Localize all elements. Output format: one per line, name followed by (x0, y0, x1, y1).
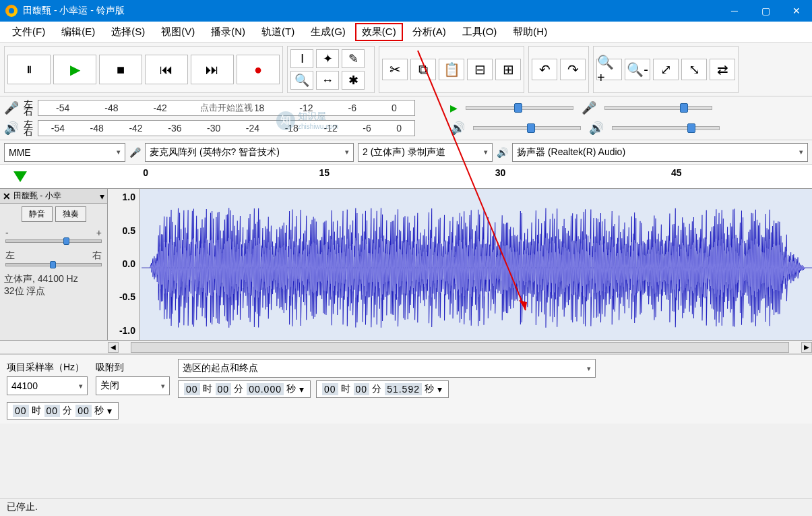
app-logo-icon (5, 5, 18, 17)
menu-analyze[interactable]: 分析(A) (406, 23, 453, 41)
track-format-info: 立体声, 44100 Hz32位 浮点 (0, 270, 107, 300)
menu-help[interactable]: 帮助(H) (506, 23, 554, 41)
record-button[interactable]: ● (237, 55, 280, 84)
titlebar: 田馥甄 - 小幸运 - 铃声版 ─ ▢ ✕ (0, 0, 812, 22)
recording-volume-slider[interactable] (604, 106, 712, 110)
menu-generate[interactable]: 生成(G) (304, 23, 352, 41)
edit-toolbar: ✂ ⧉ 📋 ⊟ ⊞ (379, 46, 524, 93)
recording-channels-combo[interactable]: 2 (立体声) 录制声道▾ (358, 143, 493, 162)
copy-button[interactable]: ⧉ (410, 59, 436, 80)
playback-volume-slider[interactable] (473, 126, 581, 130)
toolbar-area: Ⅱ ▶ ■ ⏮ ⏭ ● Ⅰ ✦ ✎ 🔍 ↔ ✱ ✂ ⧉ 📋 ⊟ ⊞ ↶ ↷ 🔍+… (0, 43, 812, 96)
undo-button[interactable]: ↶ (532, 59, 557, 80)
speaker-vol-icon: 🔊 (450, 121, 465, 136)
speaker-icon: 🔊 (4, 121, 19, 136)
menu-edit[interactable]: 编辑(E) (55, 23, 102, 41)
paste-button[interactable]: 📋 (439, 59, 464, 80)
solo-button[interactable]: 独奏 (55, 206, 86, 222)
recording-device-combo[interactable]: 麦克风阵列 (英特尔? 智音技术)▾ (145, 143, 354, 162)
menu-select[interactable]: 选择(S) (104, 23, 152, 41)
window-title: 田馥甄 - 小幸运 - 铃声版 (23, 5, 719, 17)
envelope-tool[interactable]: ✦ (316, 49, 339, 68)
trim-button[interactable]: ⊟ (467, 59, 493, 80)
mic-vol-icon: 🎤 (582, 101, 596, 115)
zoom-tool[interactable]: 🔍 (290, 71, 313, 90)
menu-file[interactable]: 文件(F) (5, 23, 52, 41)
project-rate-label: 项目采样率（Hz） (7, 362, 88, 374)
fit-project-button[interactable]: ⤡ (681, 59, 707, 80)
selection-end-time[interactable]: 00时 00分 51.592秒▾ (316, 380, 449, 398)
snap-to-combo[interactable]: 关闭▾ (96, 376, 170, 395)
track-name[interactable]: 田馥甄 - 小幸 (13, 190, 97, 202)
undo-toolbar: ↶ ↷ (528, 46, 589, 93)
playback-meter[interactable]: -54-48-42-36-30-24-18-12-60 (38, 120, 415, 136)
gain-slider[interactable] (5, 239, 102, 243)
menu-transport[interactable]: 播录(N) (204, 23, 252, 41)
timeshift-tool[interactable]: ↔ (316, 71, 339, 90)
pause-button[interactable]: Ⅱ (7, 55, 51, 84)
playback-speed-slider[interactable] (466, 106, 573, 110)
selection-mode-combo[interactable]: 选区的起点和终点▾ (178, 359, 596, 378)
maximize-button[interactable]: ▢ (750, 0, 781, 22)
zoom-out-button[interactable]: 🔍- (625, 59, 650, 80)
zoom-in-button[interactable]: 🔍+ (596, 59, 622, 80)
transport-toolbar: Ⅱ ▶ ■ ⏮ ⏭ ● (4, 46, 283, 93)
timeline-ruler[interactable]: 0 15 30 45 (0, 165, 812, 189)
menu-tracks[interactable]: 轨道(T) (255, 23, 301, 41)
rec-lr-label: 左右 (23, 101, 34, 115)
zoom-toolbar: 🔍+ 🔍- ⤢ ⤡ ⇄ (593, 46, 739, 93)
recording-meter[interactable]: -54-48-42 点击开始监视 -24-18-12-60 (38, 100, 415, 116)
project-rate-combo[interactable]: 44100▾ (7, 376, 88, 395)
play-button[interactable]: ▶ (53, 55, 96, 84)
draw-tool[interactable]: ✎ (342, 49, 365, 68)
zoom-toggle-button[interactable]: ⇄ (710, 59, 735, 80)
track-area: ✕ 田馥甄 - 小幸 ▾ 静音 独奏 -+ 左右 立体声, 44100 Hz32… (0, 189, 812, 341)
redo-button[interactable]: ↷ (560, 59, 586, 80)
stop-button[interactable]: ■ (99, 55, 142, 84)
play-lr-label: 左右 (23, 121, 34, 136)
rec-meter-hint: 点击开始监视 (197, 102, 255, 114)
meters-area: 🎤 左右 -54-48-42 点击开始监视 -24-18-12-60 ▶ 🎤 🔊… (0, 96, 812, 140)
menu-tools[interactable]: 工具(O) (456, 23, 504, 41)
pan-slider[interactable] (5, 263, 102, 266)
mute-button[interactable]: 静音 (22, 206, 53, 222)
selection-tool[interactable]: Ⅰ (290, 49, 313, 68)
multi-tool[interactable]: ✱ (342, 71, 365, 90)
selection-toolbar: 项目采样率（Hz） 44100▾ 吸附到 关闭▾ 选区的起点和终点▾ 00时 0… (0, 354, 812, 424)
menu-effect[interactable]: 效果(C) (355, 23, 403, 41)
audio-host-combo[interactable]: MME▾ (4, 143, 125, 162)
skip-start-button[interactable]: ⏮ (145, 55, 188, 84)
minimize-button[interactable]: ─ (719, 0, 750, 22)
watermark: 知 知识屋zhishiwu.com (276, 111, 338, 130)
close-button[interactable]: ✕ (781, 0, 812, 22)
fit-selection-button[interactable]: ⤢ (653, 59, 679, 80)
selection-start-time[interactable]: 00时 00分 00.000秒▾ (178, 380, 311, 398)
playback-device-combo[interactable]: 扬声器 (Realtek(R) Audio)▾ (512, 143, 808, 162)
play-meter-play-icon: ▶ (450, 103, 458, 113)
mic-device-icon: 🎤 (129, 147, 141, 158)
track-control-panel: ✕ 田馥甄 - 小幸 ▾ 静音 独奏 -+ 左右 立体声, 44100 Hz32… (0, 189, 108, 340)
audio-position-time[interactable]: 00时 00分 00秒▾ (7, 402, 119, 420)
playhead-marker-icon[interactable] (13, 171, 27, 182)
status-bar: 已停止. (0, 498, 812, 516)
playback-volume-slider2[interactable] (612, 126, 720, 130)
speaker-vol-icon2: 🔊 (589, 121, 604, 136)
mic-icon: 🎤 (4, 101, 19, 115)
track-menu-icon[interactable]: ▾ (100, 191, 104, 202)
tools-toolbar: Ⅰ ✦ ✎ 🔍 ↔ ✱ (287, 46, 375, 93)
waveform-display[interactable]: 1.0 0.5 0.0 -0.5 -1.0 (108, 189, 812, 340)
status-text: 已停止. (7, 501, 38, 512)
menu-bar: 文件(F) 编辑(E) 选择(S) 视图(V) 播录(N) 轨道(T) 生成(G… (0, 22, 812, 43)
snap-to-label: 吸附到 (96, 362, 170, 374)
device-toolbar: MME▾ 🎤 麦克风阵列 (英特尔? 智音技术)▾ 2 (立体声) 录制声道▾ … (0, 140, 812, 165)
menu-view[interactable]: 视图(V) (154, 23, 201, 41)
speaker-device-icon: 🔊 (497, 147, 508, 158)
waveform-svg (108, 189, 812, 347)
silence-button[interactable]: ⊞ (495, 59, 521, 80)
cut-button[interactable]: ✂ (382, 59, 408, 80)
track-close-button[interactable]: ✕ (3, 191, 11, 202)
skip-end-button[interactable]: ⏭ (191, 55, 234, 84)
